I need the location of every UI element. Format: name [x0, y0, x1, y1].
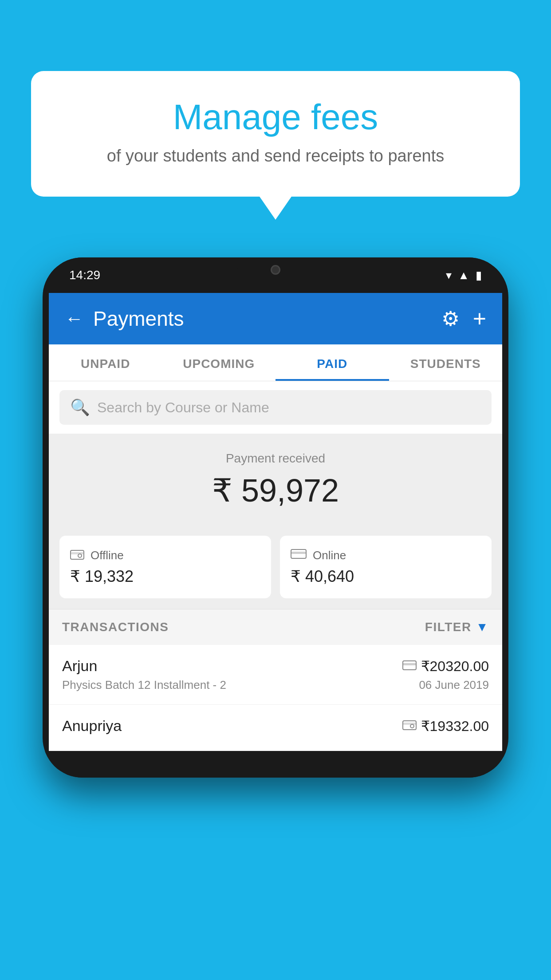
app-header: ← Payments ⚙ +	[49, 293, 502, 344]
transaction-bottom-row: Physics Batch 12 Installment - 2 06 June…	[62, 678, 489, 692]
offline-label: Offline	[91, 549, 124, 562]
transaction-amount-2: ₹19332.00	[421, 718, 489, 735]
offline-payment-icon	[70, 548, 84, 563]
search-container: 🔍 Search by Course or Name	[49, 381, 502, 434]
transaction-amount-wrap: ₹20320.00	[402, 658, 489, 675]
back-button[interactable]: ←	[65, 308, 83, 329]
transaction-name-2: Anupriya	[62, 717, 122, 735]
transactions-header: TRANSACTIONS FILTER ▼	[49, 609, 502, 645]
offline-card-header: Offline	[70, 548, 260, 563]
speech-bubble: Manage fees of your students and send re…	[31, 71, 520, 197]
card-payment-icon	[402, 659, 417, 673]
settings-icon[interactable]: ⚙	[441, 307, 460, 331]
notch	[236, 257, 315, 282]
status-time: 14:29	[69, 268, 100, 282]
tabs-bar: UNPAID UPCOMING PAID STUDENTS	[49, 344, 502, 381]
offline-amount: ₹ 19,332	[70, 567, 260, 586]
transaction-row[interactable]: Anupriya ₹19332.00	[49, 705, 502, 751]
svg-rect-8	[403, 723, 416, 725]
transaction-date: 06 June 2019	[419, 678, 489, 692]
search-placeholder: Search by Course or Name	[97, 399, 269, 416]
svg-point-2	[78, 554, 82, 557]
svg-rect-6	[403, 663, 416, 665]
transaction-top-row-2: Anupriya ₹19332.00	[62, 717, 489, 735]
bubble-title: Manage fees	[58, 98, 493, 137]
transaction-row[interactable]: Arjun ₹20320.00 Physics Batch 12 Install…	[49, 645, 502, 705]
transaction-top-row: Arjun ₹20320.00	[62, 657, 489, 675]
online-payment-icon	[291, 548, 307, 563]
header-right: ⚙ +	[441, 305, 486, 332]
tab-upcoming[interactable]: UPCOMING	[162, 344, 276, 381]
online-label: Online	[313, 549, 346, 562]
add-icon[interactable]: +	[473, 305, 486, 332]
filter-container[interactable]: FILTER ▼	[425, 620, 489, 634]
tab-students[interactable]: STUDENTS	[389, 344, 503, 381]
payment-received-section: Payment received ₹ 59,972	[49, 434, 502, 525]
transaction-amount: ₹20320.00	[421, 658, 489, 675]
status-bar: 14:29 ▾ ▲ ▮	[43, 257, 508, 293]
svg-point-9	[410, 724, 414, 728]
phone-device: 14:29 ▾ ▲ ▮ ← Payments ⚙ +	[43, 257, 508, 778]
battery-icon: ▮	[476, 269, 482, 282]
page-title: Payments	[93, 307, 184, 331]
svg-rect-4	[291, 552, 306, 554]
filter-label: FILTER	[425, 620, 472, 634]
front-camera	[271, 265, 280, 275]
online-card-header: Online	[291, 548, 481, 563]
online-amount: ₹ 40,640	[291, 567, 481, 586]
filter-icon: ▼	[476, 620, 489, 634]
phone-screen: ← Payments ⚙ + UNPAID UPCOMING PAID STUD…	[49, 293, 502, 751]
transactions-label: TRANSACTIONS	[62, 620, 169, 634]
svg-rect-1	[71, 552, 84, 554]
payment-total-amount: ₹ 59,972	[62, 472, 489, 509]
phone-bottom-bar	[43, 751, 508, 778]
transaction-name: Arjun	[62, 657, 97, 675]
search-icon: 🔍	[70, 398, 90, 417]
tab-paid[interactable]: PAID	[276, 344, 389, 381]
transaction-detail: Physics Batch 12 Installment - 2	[62, 678, 226, 692]
header-left: ← Payments	[65, 307, 184, 331]
transaction-amount-wrap-2: ₹19332.00	[402, 718, 489, 735]
phone-frame: 14:29 ▾ ▲ ▮ ← Payments ⚙ +	[43, 257, 508, 778]
payment-cards: Offline ₹ 19,332 Online	[49, 525, 502, 609]
bubble-subtitle: of your students and send receipts to pa…	[58, 146, 493, 166]
wifi-icon: ▾	[446, 269, 452, 282]
tab-unpaid[interactable]: UNPAID	[49, 344, 162, 381]
offline-card: Offline ₹ 19,332	[59, 536, 271, 598]
online-card: Online ₹ 40,640	[280, 536, 492, 598]
signal-icon: ▲	[458, 269, 469, 282]
status-icons: ▾ ▲ ▮	[446, 269, 482, 282]
search-box[interactable]: 🔍 Search by Course or Name	[59, 390, 492, 425]
cash-payment-icon	[402, 719, 417, 733]
payment-received-label: Payment received	[62, 451, 489, 466]
